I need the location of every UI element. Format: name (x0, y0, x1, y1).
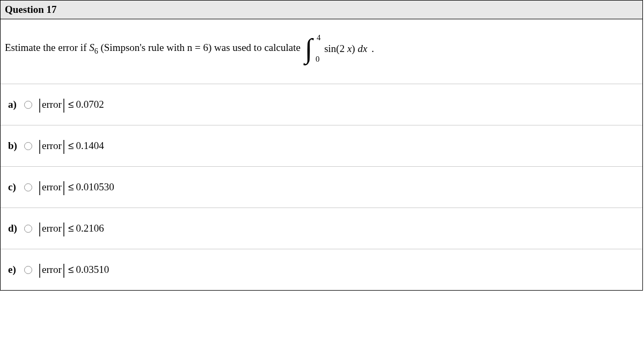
abs-text: error (42, 181, 62, 193)
abs-text: error (42, 223, 62, 234)
leq-symbol: ≤ (66, 140, 76, 152)
abs-bar-right-icon: | (62, 223, 66, 233)
option-a[interactable]: a) |error| ≤ 0.0702 (1, 84, 642, 125)
prompt-before: Estimate the error if (5, 42, 89, 53)
option-expression: |error| ≤ 0.010530 (38, 181, 114, 193)
question-title: Question 17 (5, 4, 57, 15)
integrand: sin(2 x) dx (324, 43, 367, 55)
radio-icon[interactable] (24, 101, 32, 109)
integral-lower-limit: 0 (316, 55, 320, 64)
abs-bar-right-icon: | (62, 264, 66, 275)
abs-bar-right-icon: | (62, 140, 66, 151)
s-symbol: S (89, 42, 94, 53)
option-letter: e) (8, 264, 20, 276)
prompt-tail: . (371, 43, 374, 55)
option-letter: c) (8, 181, 20, 193)
leq-symbol: ≤ (66, 264, 76, 276)
option-value: 0.2106 (76, 223, 104, 234)
leq-symbol: ≤ (66, 223, 76, 234)
option-value: 0.03510 (76, 264, 109, 276)
abs-text: error (42, 264, 62, 276)
question-prompt: Estimate the error if S6 (Simpson's rule… (1, 19, 642, 84)
option-expression: |error| ≤ 0.0702 (38, 99, 104, 110)
option-b[interactable]: b) |error| ≤ 0.1404 (1, 125, 642, 167)
option-value: 0.010530 (76, 181, 114, 193)
s-subscript: 6 (94, 47, 98, 55)
abs-bar-right-icon: | (62, 181, 66, 192)
abs-bar-left-icon: | (38, 140, 42, 151)
option-expression: |error| ≤ 0.1404 (38, 140, 104, 152)
option-value: 0.1404 (76, 140, 104, 152)
option-letter: b) (8, 140, 20, 152)
abs-bar-left-icon: | (38, 181, 42, 192)
option-letter: a) (8, 99, 20, 110)
option-c[interactable]: c) |error| ≤ 0.010530 (1, 167, 642, 208)
abs-bar-left-icon: | (38, 264, 42, 275)
question-header: Question 17 (1, 1, 642, 19)
option-d[interactable]: d) |error| ≤ 0.2106 (1, 208, 642, 249)
leq-symbol: ≤ (66, 99, 76, 110)
prompt-mid: (Simpson's rule with n = 6) was used to … (98, 42, 301, 53)
integral-sign-icon: ∫ (305, 35, 312, 62)
option-e[interactable]: e) |error| ≤ 0.03510 (1, 249, 642, 290)
question-container: Question 17 Estimate the error if S6 (Si… (0, 0, 643, 291)
abs-bar-left-icon: | (38, 99, 42, 109)
abs-bar-right-icon: | (62, 99, 66, 109)
option-value: 0.0702 (76, 99, 104, 110)
integral-upper-limit: 4 (317, 33, 321, 42)
option-expression: |error| ≤ 0.03510 (38, 264, 109, 276)
abs-text: error (42, 140, 62, 152)
abs-text: error (42, 99, 62, 110)
abs-bar-left-icon: | (38, 223, 42, 233)
option-expression: |error| ≤ 0.2106 (38, 223, 104, 234)
radio-icon[interactable] (24, 142, 32, 150)
radio-icon[interactable] (24, 183, 32, 191)
option-letter: d) (8, 223, 20, 234)
radio-icon[interactable] (24, 266, 32, 274)
radio-icon[interactable] (24, 225, 32, 233)
integral-expression: ∫ 4 0 sin(2 x) dx (305, 35, 367, 62)
leq-symbol: ≤ (66, 181, 76, 193)
prompt-text: Estimate the error if S6 (Simpson's rule… (5, 42, 301, 56)
